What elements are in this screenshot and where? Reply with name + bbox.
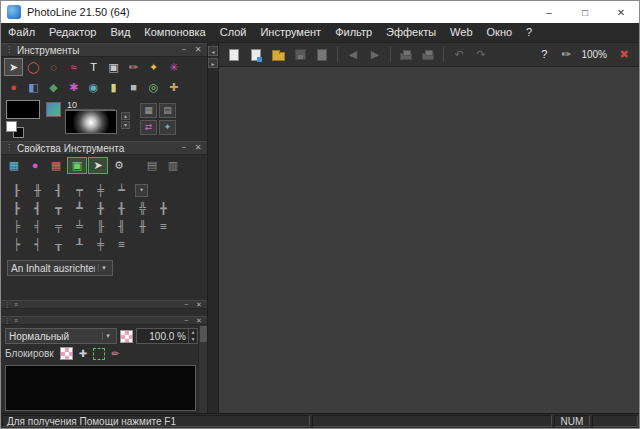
align-icon-3-3[interactable]: ┸: [70, 237, 89, 251]
align-icon-1-1[interactable]: ┫: [28, 201, 47, 215]
tool-properties-collapse-button[interactable]: −: [179, 144, 189, 152]
align-group-button[interactable]: ▤: [142, 157, 162, 174]
align-dropdown-button[interactable]: ▾: [135, 184, 148, 197]
lock-position-icon[interactable]: ✚: [79, 349, 87, 359]
pointer-mode-toggle[interactable]: ➤: [88, 157, 108, 174]
snap-toggle[interactable]: ▣: [67, 157, 87, 174]
lasso-tool[interactable]: ◌: [44, 58, 63, 76]
align-icon-3-1[interactable]: ┥: [28, 237, 47, 251]
airbrush-tool[interactable]: ✱: [64, 78, 83, 96]
zoom-tool[interactable]: ◎: [144, 78, 163, 96]
blend-mode-dropdown[interactable]: Нормальный ▾: [5, 328, 117, 344]
menu-item-6[interactable]: Фильтр: [328, 23, 379, 42]
layer-preview[interactable]: [5, 365, 196, 411]
text-tool[interactable]: T: [84, 58, 103, 76]
hand-tool[interactable]: ✚: [164, 78, 183, 96]
strip-collapse-button[interactable]: −: [181, 317, 191, 324]
align-icon-1-3[interactable]: ┻: [70, 201, 89, 215]
align-icon-2-3[interactable]: ╧: [70, 219, 89, 233]
align-icon-1-7[interactable]: ╋: [154, 201, 173, 215]
gradient-tool[interactable]: ◧: [24, 78, 43, 96]
print-button[interactable]: [396, 45, 416, 65]
menu-item-10[interactable]: ?: [519, 23, 539, 42]
align-icon-2-5[interactable]: ╢: [112, 219, 131, 233]
dock-collapse-left-button[interactable]: ◂: [208, 46, 218, 56]
redo-button[interactable]: ↷: [471, 45, 491, 65]
panel-handle-icon[interactable]: ≡: [14, 317, 18, 324]
align-icon-0-2[interactable]: ┨: [49, 183, 68, 197]
panel-drag-handle-icon[interactable]: ⋮: [4, 317, 11, 324]
menu-item-2[interactable]: Вид: [103, 23, 137, 42]
align-icon-0-3[interactable]: ┯: [70, 183, 89, 197]
context-help-button[interactable]: ?: [534, 45, 554, 65]
align-icon-1-6[interactable]: ╬: [133, 201, 152, 215]
new-document-button[interactable]: [224, 45, 244, 65]
layers-scrollbar[interactable]: [198, 325, 207, 413]
align-icon-1-0[interactable]: ┣: [7, 201, 26, 215]
opacity-checker-icon[interactable]: [120, 330, 133, 343]
forward-button[interactable]: ▶: [365, 45, 385, 65]
align-icon-2-2[interactable]: ╤: [49, 219, 68, 233]
align-icon-1-4[interactable]: ╊: [91, 201, 110, 215]
scrollbar-thumb[interactable]: [200, 326, 207, 342]
align-icon-0-0[interactable]: ┠: [7, 183, 26, 197]
align-icon-0-5[interactable]: ┷: [112, 183, 131, 197]
close-view-button[interactable]: ✖: [614, 45, 634, 65]
layer-select-mode[interactable]: ▦: [4, 157, 24, 174]
align-mode-dropdown[interactable]: An Inhalt ausrichten ▾: [7, 260, 113, 276]
brush-preview[interactable]: [65, 110, 117, 134]
open-button[interactable]: [268, 45, 288, 65]
effect-tool[interactable]: ✳: [164, 58, 183, 76]
pen-tool[interactable]: ✏: [124, 58, 143, 76]
opacity-field[interactable]: 100.0 % ▴ ▾: [136, 328, 198, 344]
align-icon-2-4[interactable]: ╟: [91, 219, 110, 233]
panel-drag-handle-icon[interactable]: ⋮: [5, 46, 13, 54]
align-icon-2-0[interactable]: ╞: [7, 219, 26, 233]
menu-item-0[interactable]: Файл: [1, 23, 42, 42]
dock-collapse-right-button[interactable]: ▸: [208, 58, 218, 68]
main-color-swatch[interactable]: [6, 100, 40, 119]
panel-drag-handle-icon[interactable]: ⋮: [5, 144, 13, 152]
gradient-preview-button[interactable]: [46, 102, 61, 117]
align-icon-0-1[interactable]: ╫: [28, 183, 47, 197]
maximize-button[interactable]: □: [567, 1, 603, 23]
align-icon-2-6[interactable]: ╫: [133, 219, 152, 233]
strip-collapse-button[interactable]: −: [181, 301, 191, 308]
browse-button[interactable]: [312, 45, 332, 65]
color-picker-tool[interactable]: ●: [4, 78, 23, 96]
brush-list-button[interactable]: ▤: [159, 103, 176, 118]
stepper-down-icon[interactable]: ▾: [121, 121, 130, 129]
align-icon-2-7[interactable]: ≡: [154, 219, 173, 233]
menu-item-1[interactable]: Редактор: [42, 23, 103, 42]
menu-item-5[interactable]: Инструмент: [253, 23, 328, 42]
crop-tool[interactable]: ▣: [104, 58, 123, 76]
menu-item-4[interactable]: Слой: [213, 23, 254, 42]
stepper-down-icon[interactable]: ▾: [189, 336, 197, 343]
brush-dynamics-button[interactable]: ⇄: [140, 120, 157, 135]
menu-item-3[interactable]: Компоновка: [137, 23, 212, 42]
align-icon-3-0[interactable]: ┝: [7, 237, 26, 251]
ellipse-select-tool[interactable]: ◯: [24, 58, 43, 76]
tool-settings-gear[interactable]: ⚙: [109, 157, 129, 174]
clone-tool[interactable]: ◉: [84, 78, 103, 96]
brush-settings-button[interactable]: ▦: [140, 103, 157, 118]
brush-effects-button[interactable]: ✦: [159, 120, 176, 135]
stepper-up-icon[interactable]: ▴: [189, 329, 197, 336]
stepper-up-icon[interactable]: ▴: [121, 112, 130, 120]
canvas[interactable]: [219, 67, 639, 413]
menu-item-8[interactable]: Web: [443, 23, 479, 42]
foreground-color-swatch[interactable]: [6, 121, 17, 132]
grid-mode[interactable]: ▦: [46, 157, 66, 174]
undo-button[interactable]: ↶: [449, 45, 469, 65]
save-button[interactable]: [290, 45, 310, 65]
move-tool[interactable]: ➤: [4, 58, 23, 76]
lock-selection-icon[interactable]: [93, 348, 105, 360]
new-from-clipboard-button[interactable]: [246, 45, 266, 65]
panel-drag-handle-icon[interactable]: ⋮: [4, 301, 11, 308]
align-icon-1-5[interactable]: ╉: [112, 201, 131, 215]
menu-item-9[interactable]: Окно: [480, 23, 520, 42]
magic-wand-tool[interactable]: ✦: [144, 58, 163, 76]
align-icon-3-2[interactable]: ┰: [49, 237, 68, 251]
strip-close-button[interactable]: ✕: [194, 317, 204, 324]
back-button[interactable]: ◀: [343, 45, 363, 65]
